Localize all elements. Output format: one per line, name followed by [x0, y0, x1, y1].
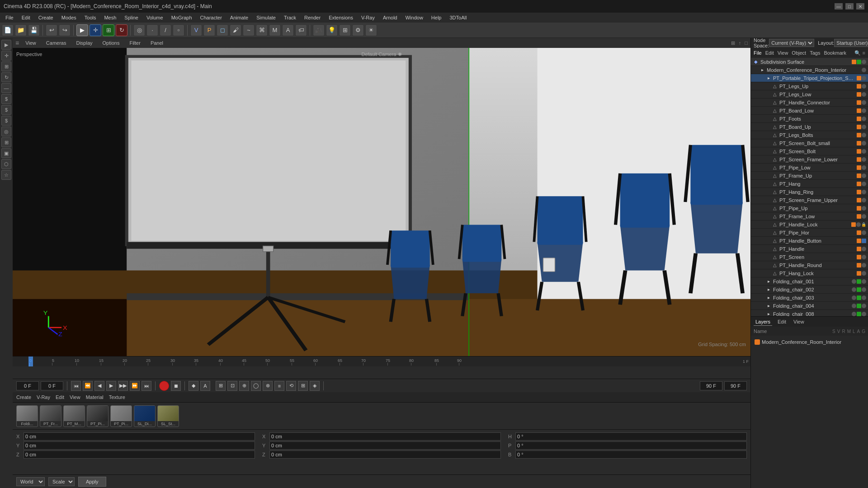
viewport-tab-display[interactable]: Display: [72, 39, 96, 47]
transport-prev-frame[interactable]: ⏪: [83, 381, 93, 391]
tool-grid[interactable]: ⊞: [339, 24, 351, 36]
tool-scale[interactable]: ⊞: [103, 24, 114, 36]
hier-chair-002[interactable]: ▸ Folding_chair_002: [751, 286, 868, 294]
tool-mograph-btn[interactable]: M: [269, 24, 281, 36]
hier-board-up[interactable]: △ PT_Board_Up: [751, 123, 868, 131]
tool-py[interactable]: P: [203, 24, 215, 36]
transport-next[interactable]: ▶▶: [118, 381, 128, 391]
rotation-b-input[interactable]: [515, 450, 747, 459]
transport-record[interactable]: [159, 381, 169, 391]
menu-edit[interactable]: Edit: [18, 14, 34, 21]
menu-arnold[interactable]: Arnold: [379, 14, 401, 21]
sidebar-rotate[interactable]: ↻: [1, 72, 11, 82]
viewport-menu-icon[interactable]: ≡: [15, 39, 19, 47]
close-button[interactable]: ✕: [856, 3, 864, 9]
tool-vray[interactable]: V: [190, 24, 202, 36]
hier-foots[interactable]: △ PT_Foots: [751, 115, 868, 123]
sidebar-s6[interactable]: ⊞: [1, 137, 11, 147]
menu-modes[interactable]: Modes: [58, 14, 80, 21]
hier-conference-room[interactable]: ▸ Modern_Conference_Room_Interior: [751, 66, 868, 74]
transport-prev[interactable]: ◀: [94, 381, 104, 391]
hier-screen-frame-upper[interactable]: △ PT_Screen_Frame_Upper: [751, 196, 868, 204]
menu-character[interactable]: Character: [197, 14, 226, 21]
coord-space-select[interactable]: World Object Parent: [16, 477, 45, 486]
transport-play[interactable]: ▶: [106, 381, 116, 391]
menu-create[interactable]: Create: [35, 14, 57, 21]
rotation-p-input[interactable]: [515, 441, 747, 450]
transport-keyframe[interactable]: ◆: [189, 381, 198, 391]
hier-pipe-low[interactable]: △ PT_Pipe_Low: [751, 164, 868, 172]
viewport-icon3[interactable]: □: [745, 40, 748, 46]
material-swatch-4[interactable]: PT_Pi...: [110, 405, 132, 427]
tool-rotate[interactable]: ↻: [116, 24, 127, 36]
hier-tab-file[interactable]: File: [754, 50, 762, 56]
hier-hang[interactable]: △ PT_Hang: [751, 180, 868, 188]
sidebar-s3[interactable]: $: [1, 105, 11, 115]
layout-select[interactable]: Startup (User): [834, 39, 868, 47]
hierarchy-list[interactable]: ◆ Subdivision Surface ▸ Modern_Conferenc…: [751, 58, 868, 316]
hier-legs-bolts[interactable]: △ PT_Legs_Bolts: [751, 131, 868, 139]
menu-animate[interactable]: Animate: [226, 14, 252, 21]
viewport-tab-filter[interactable]: Filter: [126, 39, 144, 47]
hier-filter-icon[interactable]: ≡: [863, 50, 865, 56]
menu-help[interactable]: Help: [428, 14, 445, 21]
menu-vray[interactable]: V-Ray: [358, 14, 378, 21]
viewport-tab-cameras[interactable]: Cameras: [42, 39, 70, 47]
position-y-input[interactable]: [24, 441, 255, 450]
sidebar-select[interactable]: ▶: [1, 40, 11, 50]
material-swatch-1[interactable]: PT_Fr...: [40, 405, 61, 427]
tool-tag[interactable]: 🏷: [295, 24, 307, 36]
position-z-input[interactable]: [24, 450, 255, 459]
hier-hang-lock[interactable]: △ PT_Hang_Lock: [751, 269, 868, 277]
mat-tab-edit[interactable]: Edit: [56, 394, 64, 400]
mat-tab-view[interactable]: View: [70, 394, 80, 400]
tool-light[interactable]: 💡: [326, 24, 338, 36]
tool-undo[interactable]: ↩: [46, 24, 57, 36]
frame-current-input[interactable]: [41, 381, 63, 390]
transport-to-start[interactable]: ⏮: [71, 381, 81, 391]
transport-extra4[interactable]: ◯: [251, 381, 261, 391]
menu-file[interactable]: File: [2, 14, 17, 21]
viewport-tab-panel[interactable]: Panel: [147, 39, 167, 47]
hier-tab-view[interactable]: View: [778, 50, 788, 56]
transport-next-frame[interactable]: ⏩: [130, 381, 140, 391]
menu-mograph[interactable]: MoGraph: [168, 14, 196, 21]
rotation-h-input[interactable]: [515, 432, 747, 441]
timeline-ruler[interactable]: 0 5 10 15 20 25 30 35 40: [13, 357, 750, 366]
viewport-canvas[interactable]: X Y Z Perspec: [13, 48, 750, 356]
sidebar-s2[interactable]: $: [1, 94, 11, 104]
tool-bulb[interactable]: ☀: [365, 24, 377, 36]
hier-handle-connector[interactable]: △ PT_Handle_Connector: [751, 99, 868, 107]
menu-mesh[interactable]: Mesh: [100, 14, 120, 21]
hier-frame-low[interactable]: △ PT_Frame_Low: [751, 212, 868, 221]
transport-to-end[interactable]: ⏭: [142, 381, 151, 391]
sidebar-s9[interactable]: ☆: [1, 170, 11, 180]
transport-stop[interactable]: ⏹: [171, 381, 181, 391]
sidebar-s8[interactable]: ⬡: [1, 159, 11, 169]
apply-button[interactable]: Apply: [78, 477, 106, 487]
hier-chair-003[interactable]: ▸ Folding_chair_003: [751, 294, 868, 302]
size-y-input[interactable]: [269, 441, 501, 450]
sidebar-s7[interactable]: ▣: [1, 148, 11, 158]
sidebar-s5[interactable]: ◎: [1, 127, 11, 136]
material-swatch-2[interactable]: PT_M...: [63, 405, 85, 427]
position-x-input[interactable]: [24, 432, 255, 441]
hier-tab-tags[interactable]: Tags: [810, 50, 820, 56]
tool-polygons[interactable]: ▫: [173, 24, 184, 36]
menu-render[interactable]: Render: [301, 14, 324, 21]
tool-save[interactable]: 💾: [28, 24, 40, 36]
minimize-button[interactable]: —: [835, 3, 843, 9]
hier-handle[interactable]: △ PT_Handle: [751, 245, 868, 253]
hier-pipe-up[interactable]: △ PT_Pipe_Up: [751, 204, 868, 212]
hier-legs-low[interactable]: △ PT_Legs_Low: [751, 90, 868, 99]
maximize-button[interactable]: □: [845, 3, 854, 9]
hier-tab-object[interactable]: Object: [792, 50, 806, 56]
scale-select[interactable]: Scale: [48, 477, 75, 486]
transport-extra9[interactable]: ◈: [310, 381, 320, 391]
tool-open[interactable]: 📁: [15, 24, 27, 36]
viewport-icon2[interactable]: ↑: [739, 40, 741, 46]
hier-handle-lock[interactable]: △ PT_Handle_Lock 🔒: [751, 221, 868, 229]
node-space-select[interactable]: Current (V-Ray): [769, 39, 814, 47]
size-x-input[interactable]: [269, 432, 501, 441]
hier-screen[interactable]: △ PT_Screen: [751, 253, 868, 261]
